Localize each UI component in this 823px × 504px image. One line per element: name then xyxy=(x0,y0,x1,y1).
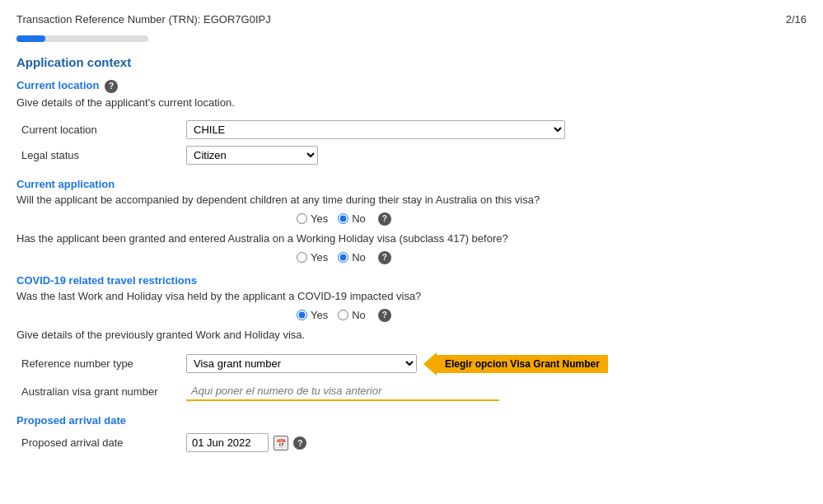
badge-label: Elegir opcion Visa Grant Number xyxy=(437,355,608,373)
question2-yes-label[interactable]: Yes xyxy=(297,251,328,264)
question1-no-radio[interactable] xyxy=(338,213,348,224)
question2-yes-text: Yes xyxy=(311,251,328,264)
covid-section-title: COVID-19 related travel restrictions xyxy=(16,274,807,287)
ref-type-select[interactable]: Visa grant number Transaction Reference … xyxy=(186,354,417,373)
question2-radio-group: Yes No ? xyxy=(297,251,807,264)
badge-arrow xyxy=(423,352,437,376)
covid-no-radio[interactable] xyxy=(338,310,348,320)
proposed-arrival-title: Proposed arrival date xyxy=(16,414,807,427)
covid-yes-radio[interactable] xyxy=(297,310,307,320)
location-row: Current location CHILE AUSTRALIA OTHER xyxy=(16,117,807,142)
covid-no-text: No xyxy=(352,309,366,321)
visa-number-cell xyxy=(181,379,807,404)
current-location-title: Current location ? xyxy=(16,79,807,93)
proposed-arrival-row: Proposed arrival date 📅 ? xyxy=(16,430,807,455)
question1-radio-group: Yes No ? xyxy=(297,212,807,226)
question2-help-icon[interactable]: ? xyxy=(378,251,391,264)
badge-container: Elegir opcion Visa Grant Number xyxy=(423,352,608,376)
question1-yes-label[interactable]: Yes xyxy=(297,212,328,225)
covid-section: COVID-19 related travel restrictions Was… xyxy=(16,274,807,404)
progress-bar-fill xyxy=(16,35,45,42)
calendar-icon[interactable]: 📅 xyxy=(274,436,288,450)
covid-yes-text: Yes xyxy=(311,309,328,321)
question1-yes-text: Yes xyxy=(311,212,328,225)
legal-status-row: Legal status Citizen Permanent Resident … xyxy=(16,142,807,168)
covid-radio-group: Yes No ? xyxy=(297,309,807,322)
question2-yes-radio[interactable] xyxy=(297,252,307,263)
current-location-form: Current location CHILE AUSTRALIA OTHER L… xyxy=(16,117,807,168)
proposed-arrival-cell: 📅 ? xyxy=(181,430,807,455)
legal-status-select[interactable]: Citizen Permanent Resident Temporary Res… xyxy=(186,146,318,165)
current-location-help-icon[interactable]: ? xyxy=(105,80,118,93)
question2-no-text: No xyxy=(352,251,366,264)
proposed-arrival-form: Proposed arrival date 📅 ? xyxy=(16,430,807,455)
trn-label: Transaction Reference Number (TRN): EGOR… xyxy=(16,13,271,26)
visa-number-row: Australian visa grant number xyxy=(16,379,807,404)
question1-no-label[interactable]: No xyxy=(338,212,366,225)
question2-text: Has the applicant been granted and enter… xyxy=(16,232,807,245)
question1-no-text: No xyxy=(352,212,366,225)
location-cell: CHILE AUSTRALIA OTHER xyxy=(181,117,807,142)
ref-type-cell: Visa grant number Transaction Reference … xyxy=(181,349,807,379)
proposed-arrival-help-icon[interactable]: ? xyxy=(293,436,306,450)
legal-status-label: Legal status xyxy=(16,142,181,168)
pagination: 2/16 xyxy=(786,13,807,26)
legal-status-cell: Citizen Permanent Resident Temporary Res… xyxy=(181,142,807,168)
covid-question-text: Was the last Work and Holiday visa held … xyxy=(16,290,807,302)
question1-help-icon[interactable]: ? xyxy=(378,212,391,226)
question1-yes-radio[interactable] xyxy=(297,213,307,224)
proposed-arrival-input[interactable] xyxy=(186,433,269,452)
ref-type-row-content: Visa grant number Transaction Reference … xyxy=(186,352,802,376)
covid-yes-label[interactable]: Yes xyxy=(297,309,328,321)
covid-sub-description: Give details of the previously granted W… xyxy=(16,329,807,341)
ref-type-label: Reference number type xyxy=(16,349,181,379)
current-location-select[interactable]: CHILE AUSTRALIA OTHER xyxy=(186,120,565,139)
question2-no-radio[interactable] xyxy=(338,252,348,263)
visa-number-input[interactable] xyxy=(186,382,499,401)
application-context-title: Application context xyxy=(16,55,807,69)
ref-type-row: Reference number type Visa grant number … xyxy=(16,349,807,379)
covid-help-icon[interactable]: ? xyxy=(378,309,391,322)
question2-no-label[interactable]: No xyxy=(338,251,366,264)
covid-no-label[interactable]: No xyxy=(338,309,366,321)
location-label: Current location xyxy=(16,117,181,142)
proposed-arrival-label: Proposed arrival date xyxy=(16,430,181,455)
current-application-title: Current application xyxy=(16,178,807,190)
question1-text: Will the applicant be accompanied by dep… xyxy=(16,194,807,206)
progress-bar xyxy=(16,35,148,42)
covid-form: Reference number type Visa grant number … xyxy=(16,349,807,404)
current-location-description: Give details of the applicant's current … xyxy=(16,96,807,109)
visa-number-label: Australian visa grant number xyxy=(16,379,181,404)
proposed-arrival-section: Proposed arrival date Proposed arrival d… xyxy=(16,414,807,455)
